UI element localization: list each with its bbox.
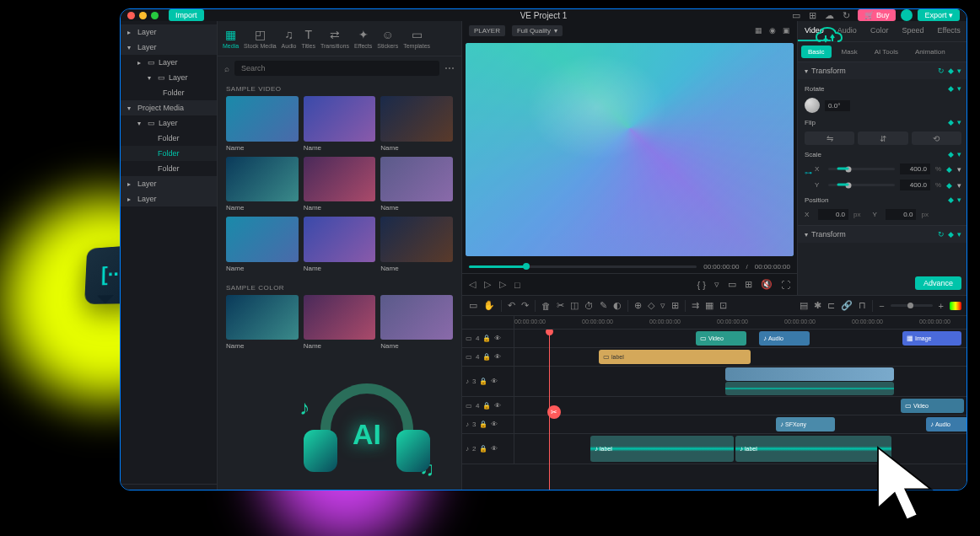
settings-icon[interactable]: ▣ (783, 26, 790, 35)
media-thumbnail[interactable]: Name (380, 217, 453, 272)
scale-x-value[interactable]: 400.0 (900, 163, 930, 174)
audio-clip-2[interactable]: ♪Audio (926, 417, 967, 431)
grid-icon[interactable]: ⊞ (807, 9, 819, 21)
visibility-icon[interactable]: 👁 (491, 378, 498, 385)
pointer-tool-icon[interactable]: ▭ (469, 300, 477, 311)
inspector-subtab-ai-tools[interactable]: AI Tools (868, 46, 905, 58)
cut-marker-icon[interactable]: ✂ (547, 405, 561, 419)
buy-button[interactable]: 🛒Buy (858, 9, 897, 21)
reset-icon[interactable]: ↻ (938, 67, 945, 75)
rotate-dial[interactable] (805, 98, 820, 113)
image-clip[interactable]: ▦Image (902, 331, 961, 346)
tree-item[interactable]: ▾Layer (121, 40, 217, 55)
media-thumbnail[interactable]: Name (380, 96, 453, 152)
inspector-tab-speed[interactable]: Speed (895, 21, 930, 41)
lock-icon[interactable]: 🔒 (482, 402, 491, 410)
tree-item[interactable]: ▸Layer (121, 24, 217, 40)
media-thumbnail[interactable]: Name (226, 157, 299, 212)
inspector-subtab-animation[interactable]: Animation (908, 46, 952, 58)
tree-item[interactable]: ▾Project Media (121, 100, 217, 115)
stop-icon[interactable]: □ (514, 280, 520, 290)
history-icon[interactable]: ↻ (841, 9, 853, 21)
media-thumbnail[interactable]: Name (304, 157, 376, 212)
import-button[interactable]: Import (169, 9, 204, 21)
edit-icon[interactable]: ✎ (600, 300, 607, 311)
group-icon[interactable]: ⊞ (671, 300, 679, 311)
split-icon[interactable]: ✂ (557, 300, 564, 311)
tree-item[interactable]: ▸Layer (121, 191, 217, 206)
close-window-icon[interactable] (127, 12, 135, 19)
color-icon[interactable]: ◐ (613, 300, 622, 311)
media-search-input[interactable] (234, 61, 439, 76)
audio-meter-icon[interactable] (950, 302, 961, 310)
lock-icon[interactable]: 🔒 (482, 335, 491, 342)
marker-icon[interactable]: ▿ (714, 279, 719, 290)
media-thumbnail[interactable]: Name (226, 295, 299, 351)
tree-item[interactable]: ▾▭Layer (121, 70, 217, 85)
zoom-out-icon[interactable]: − (879, 301, 884, 311)
media-thumbnail[interactable]: Name (380, 295, 453, 351)
layout-icon[interactable]: ▭ (790, 9, 802, 21)
advance-button[interactable]: Advance (915, 276, 961, 290)
mixer-icon[interactable]: ✱ (814, 300, 821, 311)
render-icon[interactable]: ▤ (800, 300, 808, 311)
lock-icon[interactable]: 🔒 (482, 353, 491, 361)
link-icon[interactable]: 🔗 (841, 300, 853, 311)
cloud-icon[interactable]: ☁ (824, 9, 836, 21)
audio-waveform-clip[interactable] (725, 382, 894, 395)
sfx-clip[interactable]: ♪SFXony (776, 417, 835, 431)
media-thumbnail[interactable]: Name (226, 217, 299, 272)
video-clip[interactable]: ▭Video (696, 331, 746, 346)
media-thumbnail[interactable]: Name (304, 217, 376, 272)
tree-item[interactable]: Folder (121, 131, 217, 146)
replace-icon[interactable]: ⊡ (719, 300, 727, 311)
media-thumbnail[interactable]: Name (304, 96, 376, 152)
crop-icon[interactable]: ◫ (570, 300, 579, 311)
snapshot-icon[interactable]: ▦ (755, 26, 762, 35)
lock-icon[interactable]: 🔒 (479, 445, 487, 453)
tree-item[interactable]: Folder (121, 146, 217, 161)
hand-tool-icon[interactable]: ✋ (483, 300, 495, 311)
keyframe-icon[interactable]: ◆ (948, 196, 954, 204)
play-icon[interactable]: ▷ (484, 279, 491, 290)
video-thumbs-clip[interactable] (725, 367, 894, 381)
redo-icon[interactable]: ↷ (521, 300, 529, 311)
visibility-icon[interactable]: 👁 (491, 421, 498, 428)
timeline-ruler[interactable]: 00:00:00:0000:00:00:0000:00:00:0000:00:0… (462, 316, 967, 330)
target-icon[interactable]: ⊕ (634, 300, 642, 311)
scale-y-slider[interactable] (828, 184, 895, 186)
tab-media[interactable]: ▦Media (221, 24, 240, 52)
media-thumbnail[interactable]: Name (380, 157, 453, 212)
prev-frame-icon[interactable]: ◁ (469, 279, 476, 290)
grid-view-icon[interactable]: ⊞ (745, 279, 752, 290)
more-options-icon[interactable]: ⋯ (444, 62, 455, 74)
track-type-icon[interactable]: ▭ (466, 402, 472, 410)
tree-item[interactable]: ▸▭Layer (121, 55, 217, 70)
tab-transitions[interactable]: ⇄Transitions (319, 24, 351, 52)
video-preview[interactable] (466, 43, 794, 256)
user-avatar[interactable] (901, 9, 913, 21)
folder-icon[interactable]: 🗀 (127, 490, 135, 490)
reset-icon[interactable]: ↻ (938, 230, 945, 239)
transform-section-2[interactable]: ▾ Transform ↻◆▾ (798, 226, 967, 243)
inspector-tab-effects[interactable]: Effects (930, 21, 967, 41)
minimize-window-icon[interactable] (139, 12, 147, 19)
lock-icon[interactable]: 🔒 (479, 421, 487, 428)
playback-progress[interactable] (469, 265, 697, 268)
display-icon[interactable]: ▭ (728, 279, 736, 290)
tab-templates[interactable]: ▭Templates (401, 24, 432, 52)
transform-section-header[interactable]: ▾ Transform ↻◆▾ (798, 62, 967, 79)
lock-icon[interactable]: 🔒 (479, 378, 487, 385)
visibility-icon[interactable]: 👁 (494, 353, 501, 361)
insert-icon[interactable]: ▦ (705, 300, 713, 311)
export-button[interactable]: Export ▾ (918, 9, 960, 21)
brackets-icon[interactable]: { } (697, 280, 706, 290)
tree-item[interactable]: Folder (121, 161, 217, 176)
visibility-icon[interactable]: 👁 (494, 402, 501, 410)
visibility-icon[interactable]: 👁 (494, 335, 501, 342)
keyframe-icon[interactable]: ◆ (948, 84, 954, 93)
next-frame-icon[interactable]: ▷ (499, 279, 506, 290)
window-controls[interactable] (127, 12, 159, 19)
track-type-icon[interactable]: ♪ (466, 445, 469, 453)
keyframe-icon[interactable]: ◆ (948, 67, 954, 75)
